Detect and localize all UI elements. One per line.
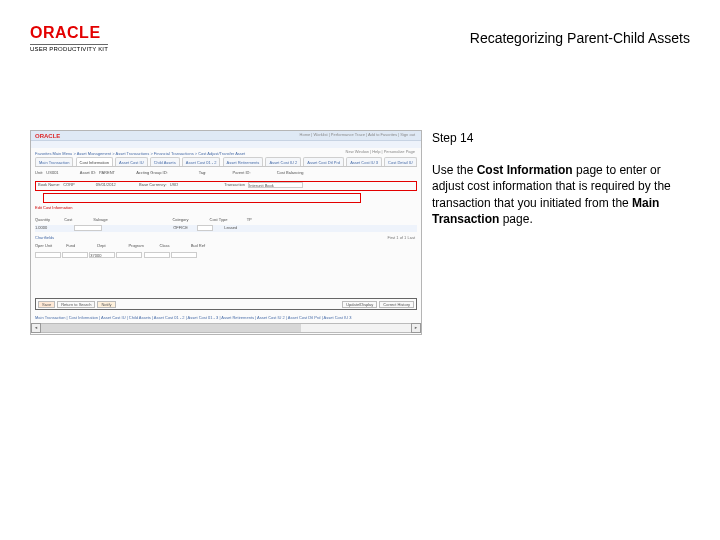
cost-input[interactable] [74, 225, 102, 231]
app-logo: ORACLE [35, 133, 60, 139]
quantity-hdr: Quantity [35, 217, 63, 222]
update-display-button[interactable]: Update/Display [342, 301, 377, 308]
highlight-book-row: Book Name: CORP 09/01/2012 Base Currency… [35, 181, 417, 191]
tab-asset-cost-iu[interactable]: Asset Cost IU [115, 157, 147, 166]
hdr-bud-ref: Bud Ref [191, 243, 221, 248]
asset-id-value: PARENT [99, 170, 115, 175]
tag-label: Tag: [199, 170, 207, 175]
app-breadcrumb-bar: Favorites Main Menu > Asset Management >… [31, 141, 421, 148]
grid-nav[interactable]: First 1 of 1 Last [387, 235, 415, 240]
hdr-fund: Fund [66, 243, 96, 248]
unit-value: US001 [46, 170, 58, 175]
edit-cost-info-label: Edit Cost Information [35, 205, 72, 210]
app-global-links[interactable]: Home | Worklist | Performance Trace | Ad… [300, 132, 415, 137]
value-bar: 1.0000 OFFICE Leased [35, 225, 417, 232]
base-currency-label: Base Currency: [139, 182, 167, 187]
horizontal-scrollbar[interactable]: ◄ ► [31, 322, 421, 334]
tab-asset-cost-iu-3[interactable]: Asset Cost IU 3 [346, 157, 382, 166]
oracle-upk-logo: ORACLE USER PRODUCTIVITY KIT [30, 24, 108, 52]
acctgroup-label: Accting Group ID: [136, 170, 168, 175]
correct-history-button[interactable]: Correct History [379, 301, 414, 308]
instr-text: Use the [432, 163, 477, 177]
tab-strip: Main Transaction Cost Information Asset … [35, 157, 417, 167]
instr-text3: page. [499, 212, 532, 226]
tab-asset-cost-dtl-prd[interactable]: Asset Cost Dtl Prd [303, 157, 344, 166]
oracle-wordmark: ORACLE [30, 24, 108, 42]
transaction-value: Interunit Book [249, 183, 274, 188]
transaction-label: Transaction [224, 182, 245, 187]
hdr-dept: Dept [97, 243, 127, 248]
page-tools[interactable]: New Window | Help | Personalize Page [346, 149, 415, 154]
tp-value: Leased [224, 225, 237, 230]
salvage-hdr: Salvage [93, 217, 171, 222]
scroll-right-icon[interactable]: ► [411, 323, 421, 333]
chartfields-link[interactable]: Chartfields [35, 235, 54, 240]
tab-cost-detail-iu[interactable]: Cost Detail IU [384, 157, 417, 166]
base-currency-value: USD [170, 182, 178, 187]
instr-bold1: Cost Information [477, 163, 573, 177]
cell-class[interactable] [144, 252, 170, 258]
tab-asset-retirements[interactable]: Asset Retirements [223, 157, 264, 166]
unit-label: Unit: [35, 170, 43, 175]
parent-id-label: Parent ID: [233, 170, 251, 175]
hdr-oper-unit: Oper Unit [35, 243, 65, 248]
cell-bud-ref[interactable] [171, 252, 197, 258]
bottom-tab-links[interactable]: Main Transaction | Cost Information | As… [35, 315, 417, 320]
breadcrumb[interactable]: Favorites Main Menu > Asset Management >… [35, 151, 245, 156]
app-screenshot: ORACLE Home | Worklist | Performance Tra… [30, 130, 422, 335]
asset-id-label: Asset ID: [80, 170, 96, 175]
cell-oper-unit[interactable] [35, 252, 61, 258]
tab-cost-information[interactable]: Cost Information [76, 157, 113, 166]
grid-headers: Oper Unit Fund Dept Program Class Bud Re… [35, 243, 417, 251]
transaction-input[interactable]: Interunit Book [248, 182, 303, 188]
hdr-program: Program [128, 243, 158, 248]
category-value: OFFICE [173, 225, 188, 230]
cell-dept[interactable]: 37000 [89, 252, 115, 258]
scroll-track[interactable] [41, 323, 411, 333]
tab-asset-cost-iu-2[interactable]: Asset Cost IU 2 [265, 157, 301, 166]
tab-child-assets[interactable]: Child Assets [150, 157, 180, 166]
info-row: Unit: US001 Asset ID: PARENT Accting Gro… [35, 170, 417, 178]
tab-main-transaction[interactable]: Main Transaction [35, 157, 73, 166]
cost-hdr: Cost [64, 217, 92, 222]
scroll-thumb[interactable] [41, 324, 301, 332]
grid-row: 37000 [35, 252, 417, 260]
book-date: 09/01/2012 [96, 182, 116, 187]
page-title: Recategorizing Parent-Child Assets [470, 30, 690, 46]
save-button[interactable]: Save [38, 301, 55, 308]
tab-asset-cost-01-2[interactable]: Asset Cost 01 - 2 [182, 157, 221, 166]
cell-program[interactable] [116, 252, 142, 258]
book-name-value: CORP [63, 182, 75, 187]
notify-button[interactable]: Notify [97, 301, 115, 308]
cost-type-hdr: Cost Type [210, 217, 246, 222]
book-name-label: Book Name: [38, 182, 60, 187]
quantity-value: 1.0000 [35, 225, 65, 230]
category-hdr: Category [172, 217, 208, 222]
scroll-left-icon[interactable]: ◄ [31, 323, 41, 333]
hdr-class: Class [160, 243, 190, 248]
highlight-cost-row [43, 193, 361, 203]
cost-type-input[interactable] [197, 225, 213, 231]
cost-balancing-label: Cost Balancing [277, 170, 304, 175]
action-bar: Save Return to Search Notify Update/Disp… [35, 298, 417, 310]
step-instruction: Use the Cost Information page to enter o… [432, 162, 692, 227]
mid-labels: Quantity Cost Salvage Category Cost Type… [35, 217, 417, 222]
app-header: ORACLE Home | Worklist | Performance Tra… [31, 131, 421, 141]
step-label: Step 14 [432, 130, 692, 146]
cell-fund[interactable] [62, 252, 88, 258]
upk-subline: USER PRODUCTIVITY KIT [30, 44, 108, 52]
return-to-search-button[interactable]: Return to Search [57, 301, 95, 308]
tp-hdr: TP [247, 217, 275, 222]
